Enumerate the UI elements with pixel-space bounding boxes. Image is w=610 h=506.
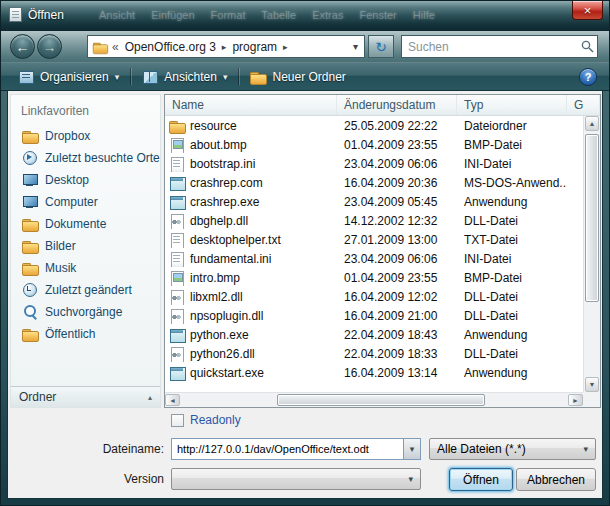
address-dropdown-icon[interactable]: ▾: [351, 41, 360, 52]
horizontal-scroll-thumb[interactable]: [277, 394, 485, 406]
file-row[interactable]: libxml2.dll 16.04.2009 12:02 DLL-Datei: [165, 287, 583, 306]
column-header-date[interactable]: Änderungsdatum: [337, 95, 457, 115]
titlebar[interactable]: Ansicht Einfügen Format Tabelle Extras F…: [1, 1, 609, 31]
scroll-right-button[interactable]: ►: [568, 394, 583, 406]
file-name: quickstart.exe: [190, 366, 264, 380]
readonly-checkbox[interactable]: [171, 414, 184, 427]
folder-icon: [22, 128, 38, 144]
ini-icon: [169, 251, 185, 267]
sidebar-item[interactable]: Desktop: [11, 169, 160, 191]
file-row[interactable]: npsoplugin.dll 16.04.2009 21:00 DLL-Date…: [165, 306, 583, 325]
views-icon: [142, 69, 158, 85]
sidebar-item[interactable]: Zuletzt besuchte Orte: [11, 147, 160, 169]
file-row[interactable]: intro.bmp 01.04.2009 23:55 BMP-Datei: [165, 268, 583, 287]
version-label: Version: [8, 467, 164, 491]
dll-icon: [169, 346, 185, 362]
filename-combobox: ▾: [171, 438, 421, 460]
forward-button[interactable]: →: [37, 34, 62, 59]
sidebar-item[interactable]: Suchvorgänge: [11, 301, 160, 323]
file-type: INI-Datei: [457, 157, 567, 171]
sidebar-item[interactable]: Musik: [11, 257, 160, 279]
breadcrumb-item[interactable]: OpenOffice.org 3: [123, 40, 218, 54]
sidebar: Linkfavoriten Dropbox Zuletzt besuchte O…: [10, 94, 161, 408]
filename-dropdown-button[interactable]: ▾: [403, 439, 420, 459]
scroll-up-button[interactable]: ▲: [585, 116, 599, 131]
vertical-scrollbar[interactable]: ▲ ▼: [583, 116, 600, 392]
sidebar-item[interactable]: Zuletzt geändert: [11, 279, 160, 301]
breadcrumb-arrow-icon[interactable]: ▸: [283, 42, 288, 52]
file-row[interactable]: python26.dll 22.04.2009 18:33 DLL-Datei: [165, 344, 583, 363]
sidebar-item-label: Zuletzt geändert: [45, 283, 132, 297]
file-type: DLL-Datei: [457, 214, 567, 228]
organize-button[interactable]: Organisieren ▾: [9, 65, 128, 88]
new-folder-button[interactable]: Neuer Ordner: [241, 65, 354, 88]
column-header-size[interactable]: G: [567, 95, 600, 115]
file-name: python26.dll: [190, 347, 255, 361]
column-header-type[interactable]: Typ: [457, 95, 567, 115]
scrollbar-corner: [583, 392, 600, 407]
sidebar-item[interactable]: Öffentlich: [11, 323, 160, 345]
breadcrumb-item[interactable]: program: [230, 40, 279, 54]
sidebar-item-label: Computer: [45, 195, 98, 209]
readonly-label[interactable]: Readonly: [190, 413, 241, 427]
organize-label: Organisieren: [40, 70, 109, 84]
file-row[interactable]: resource 25.05.2009 22:22 Dateiordner: [165, 116, 583, 135]
file-type: Anwendung: [457, 328, 567, 342]
refresh-button[interactable]: ↻: [368, 35, 394, 58]
cancel-button[interactable]: Abbrechen: [516, 468, 596, 491]
file-row[interactable]: crashrep.exe 23.04.2009 05:45 Anwendung: [165, 192, 583, 211]
file-row[interactable]: desktophelper.txt 27.01.2009 13:00 TXT-D…: [165, 230, 583, 249]
search-input[interactable]: [402, 37, 577, 56]
open-button[interactable]: Öffnen: [449, 468, 513, 491]
chevron-double-icon[interactable]: «: [112, 40, 119, 54]
file-date: 16.04.2009 13:14: [337, 366, 457, 380]
forward-icon: →: [43, 39, 57, 55]
version-select[interactable]: ▾: [171, 468, 421, 490]
file-row[interactable]: fundamental.ini 23.04.2009 06:06 INI-Dat…: [165, 249, 583, 268]
scroll-left-button[interactable]: ◄: [165, 394, 180, 406]
file-row[interactable]: bootstrap.ini 23.04.2009 06:06 INI-Datei: [165, 154, 583, 173]
folders-expander[interactable]: Ordner ▴: [11, 386, 160, 407]
scroll-up-icon: ▲: [589, 120, 596, 127]
column-header-name[interactable]: Name: [165, 95, 337, 115]
search-icon[interactable]: [577, 40, 597, 53]
sidebar-item[interactable]: Dokumente: [11, 213, 160, 235]
sidebar-item-label: Zuletzt besuchte Orte: [45, 151, 160, 165]
file-date: 14.12.2002 12:32: [337, 214, 457, 228]
file-name: desktophelper.txt: [190, 233, 281, 247]
column-header-row: Name Änderungsdatum Typ G: [165, 95, 600, 116]
file-date: 22.04.2009 18:43: [337, 328, 457, 342]
sidebar-item-label: Desktop: [45, 173, 89, 187]
file-row[interactable]: quickstart.exe 16.04.2009 13:14 Anwendun…: [165, 363, 583, 382]
filetype-select[interactable]: Alle Dateien (*.*) ▾: [429, 438, 596, 460]
dropdown-icon: ▾: [223, 72, 228, 82]
help-button[interactable]: ?: [579, 68, 597, 86]
vertical-scroll-thumb[interactable]: [585, 134, 599, 302]
scroll-down-button[interactable]: ▼: [585, 377, 599, 392]
file-name: resource: [190, 119, 237, 133]
breadcrumb-arrow-icon[interactable]: ▸: [222, 42, 227, 52]
sidebar-item[interactable]: Computer: [11, 191, 160, 213]
app-icon: [169, 194, 185, 210]
folder-icon: [169, 118, 185, 134]
horizontal-scrollbar[interactable]: ◄ ►: [165, 392, 583, 407]
sidebar-item[interactable]: Bilder: [11, 235, 160, 257]
file-list-pane: Name Änderungsdatum Typ G resource 25.05…: [164, 94, 601, 408]
toolbar-separator: [238, 68, 239, 85]
navigation-bar: ← → « OpenOffice.org 3 ▸ program ▸ ▾ ↻: [1, 31, 609, 62]
file-type: DLL-Datei: [457, 309, 567, 323]
app-icon: [169, 175, 185, 191]
views-button[interactable]: Ansichten ▾: [133, 65, 236, 88]
file-row[interactable]: crashrep.com 16.04.2009 20:36 MS-DOS-Anw…: [165, 173, 583, 192]
file-row[interactable]: python.exe 22.04.2009 18:43 Anwendung: [165, 325, 583, 344]
filename-input[interactable]: [171, 438, 421, 460]
sidebar-item[interactable]: Dropbox: [11, 125, 160, 147]
file-row[interactable]: dbghelp.dll 14.12.2002 12:32 DLL-Datei: [165, 211, 583, 230]
organize-icon: [18, 69, 34, 85]
address-breadcrumb[interactable]: « OpenOffice.org 3 ▸ program ▸ ▾: [87, 35, 365, 58]
file-row[interactable]: about.bmp 01.04.2009 23:55 BMP-Datei: [165, 135, 583, 154]
sidebar-item-label: Dropbox: [45, 129, 90, 143]
views-label: Ansichten: [164, 70, 217, 84]
close-button[interactable]: ×: [572, 1, 603, 20]
back-button[interactable]: ←: [10, 34, 35, 59]
